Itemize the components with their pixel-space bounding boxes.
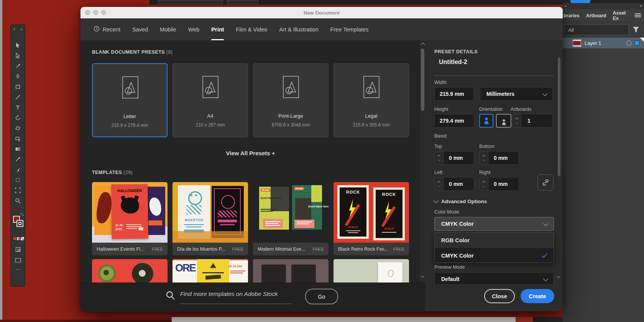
type-tool[interactable] <box>11 102 25 113</box>
stepper-down-icon[interactable] <box>515 121 518 124</box>
tab-free-templates[interactable]: Free Templates <box>330 18 369 40</box>
preset-card-print-large[interactable]: Print-Large 6705.6 x 3048 mm <box>253 63 329 137</box>
bleed-left-input[interactable]: 0 mm <box>434 177 474 191</box>
stroke-color-swatch[interactable] <box>16 220 23 227</box>
layer-name[interactable]: Layer 1 <box>585 40 601 46</box>
swap-fill-stroke-icon[interactable] <box>20 211 24 218</box>
screen-mode-button[interactable] <box>11 255 25 265</box>
stepper-down-icon[interactable] <box>437 158 440 161</box>
collapse-right-icon[interactable]: » <box>640 3 642 8</box>
tab-film-video[interactable]: Film & Video <box>236 18 267 40</box>
line-segment-tool[interactable] <box>11 92 25 102</box>
content-scrollbar-thumb[interactable] <box>421 49 424 111</box>
traffic-light-minimize[interactable] <box>93 10 98 15</box>
artboards-stepper[interactable]: 1 <box>512 114 553 128</box>
units-dropdown[interactable]: Millimeters <box>480 87 553 101</box>
width-input[interactable]: 215.9 mm <box>434 87 474 101</box>
eyedropper-tool[interactable] <box>11 154 25 164</box>
selection-tool[interactable] <box>11 40 25 51</box>
magic-wand-tool[interactable] <box>11 61 25 71</box>
tab-art-illustration[interactable]: Art & Illustration <box>279 18 318 40</box>
tab-asset-export[interactable]: Asset Ex <box>613 10 628 21</box>
layer-row[interactable]: Layer 1 <box>563 38 644 48</box>
stepper-down-icon[interactable] <box>482 184 485 187</box>
template-caption: Modern Minimal Eve... FREE <box>253 243 329 255</box>
traffic-light-zoom[interactable] <box>101 10 106 15</box>
panel-scrollbar-thumb[interactable] <box>558 58 560 176</box>
shape-builder-tool[interactable] <box>11 133 25 144</box>
pen-tool[interactable] <box>11 71 25 82</box>
filter-funnel-icon[interactable] <box>632 25 640 35</box>
bleed-right-input[interactable]: 0 mm <box>479 177 519 191</box>
preset-card-legal[interactable]: Legal 215.9 x 355.6 mm <box>334 63 409 137</box>
template-card-minimal[interactable]: 25/JUN Event Name Here 07/JUN <box>253 182 329 255</box>
scroll-down-icon[interactable] <box>421 274 424 278</box>
draw-mode-button[interactable] <box>11 244 25 255</box>
layer-target-icon[interactable] <box>626 41 631 46</box>
template-card-row2-sage[interactable] <box>334 259 409 283</box>
go-button[interactable]: Go <box>305 289 338 304</box>
stepper-up-icon[interactable] <box>482 154 485 158</box>
close-button[interactable]: Close <box>484 289 515 303</box>
document-name-field[interactable]: Untitled-2 <box>439 59 467 66</box>
tab-web[interactable]: Web <box>188 18 200 40</box>
color-mode-dropdown[interactable]: CMYK Color <box>434 217 554 231</box>
tab-recent[interactable]: Recent <box>94 18 120 40</box>
eraser-tool[interactable] <box>11 123 25 133</box>
stepper-up-icon[interactable] <box>437 154 440 158</box>
traffic-light-close[interactable] <box>85 10 90 15</box>
preview-mode-dropdown[interactable]: Default <box>434 272 554 284</box>
create-button[interactable]: Create <box>521 289 554 303</box>
free-transform-tool[interactable] <box>11 175 25 185</box>
content-scrollbar[interactable] <box>420 40 426 283</box>
template-card-row2-weekend[interactable]: ORE 06-12.202 <box>172 259 248 283</box>
rotate-tool[interactable] <box>11 113 25 123</box>
more-tools-button[interactable]: … <box>11 265 25 271</box>
paintbrush-tool[interactable] <box>11 164 25 175</box>
stepper-up-icon[interactable] <box>437 181 440 184</box>
bleed-link-button[interactable] <box>537 174 554 191</box>
menu-option-rgb[interactable]: RGB Color <box>435 233 554 248</box>
bleed-top-input[interactable]: 0 mm <box>434 151 474 165</box>
template-card-muertos[interactable]: MUERTOS Día de los Muert <box>172 182 248 255</box>
template-card-row2-psychedelic[interactable] <box>92 259 168 283</box>
template-card-halloween[interactable]: HALLOWEEN 11.30. 2029 Halloween Events F… <box>92 182 168 255</box>
panel-menu-icon[interactable] <box>635 12 641 19</box>
tab-artboard[interactable]: Artboard <box>586 13 606 18</box>
artboard-tool[interactable] <box>11 185 25 196</box>
stepper-up-icon[interactable] <box>482 181 485 184</box>
direct-selection-tool[interactable] <box>11 51 25 61</box>
stepper-up-icon[interactable] <box>515 117 518 120</box>
orientation-landscape-button[interactable] <box>496 114 511 128</box>
orientation-portrait-button[interactable] <box>479 114 493 128</box>
stepper-down-icon[interactable] <box>482 158 485 161</box>
rectangle-tool[interactable] <box>11 82 25 92</box>
tab-mobile[interactable]: Mobile <box>160 18 176 40</box>
stock-search-input[interactable]: Find more templates on Adobe Stock <box>179 287 291 304</box>
tab-saved[interactable]: Saved <box>132 18 148 40</box>
scroll-up-icon[interactable] <box>421 43 425 47</box>
zoom-tool[interactable] <box>11 196 25 206</box>
template-card-row2-dark[interactable] <box>253 259 329 283</box>
preset-card-a4[interactable]: A4 210 x 297 mm <box>172 63 248 137</box>
tools-panel-close-icon[interactable]: × <box>13 27 15 31</box>
layer-selection-square[interactable] <box>634 41 639 46</box>
menu-option-cmyk[interactable]: CMYK Color <box>435 248 554 263</box>
tools-panel-expand-icon[interactable]: » <box>20 27 23 31</box>
gradient-tool[interactable] <box>11 144 25 154</box>
view-all-presets-link[interactable]: View All Presets + <box>80 150 421 156</box>
none-swatch-mini[interactable] <box>20 237 25 241</box>
bleed-bottom-input[interactable]: 0 mm <box>479 151 519 165</box>
layers-filter-field[interactable]: All <box>564 25 629 35</box>
tab-libraries[interactable]: braries <box>564 13 580 18</box>
template-card-rock[interactable]: ROCK 23.08.27 ROCK 2 <box>334 182 409 255</box>
panel-scroll-down-icon[interactable] <box>557 275 560 278</box>
stepper-down-icon[interactable] <box>437 184 440 187</box>
tab-print[interactable]: Print <box>211 18 224 40</box>
layer-thumbnail[interactable] <box>573 39 581 47</box>
preset-card-letter[interactable]: Letter 215.9 x 279.4 mm <box>92 63 168 137</box>
collapse-left-icon[interactable]: « <box>564 3 567 8</box>
advanced-options-toggle[interactable]: Advanced Options <box>434 199 487 204</box>
height-input[interactable]: 279.4 mm <box>434 114 474 128</box>
dialog-titlebar[interactable]: New Document <box>80 7 563 18</box>
